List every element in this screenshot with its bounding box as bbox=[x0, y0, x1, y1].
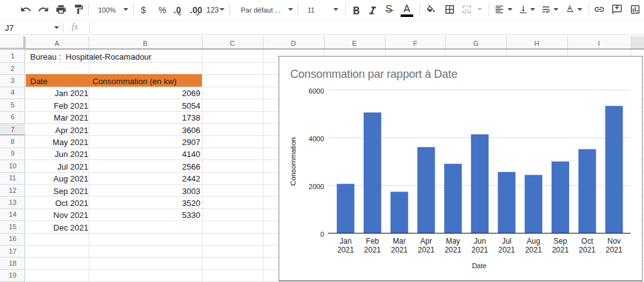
svg-text:2021: 2021 bbox=[445, 246, 462, 255]
svg-text:Oct: Oct bbox=[582, 237, 594, 246]
svg-text:2021: 2021 bbox=[606, 246, 623, 255]
svg-text:Consommation par rapport à Dat: Consommation par rapport à Date bbox=[291, 68, 458, 80]
svg-text:Jul: Jul bbox=[502, 237, 511, 246]
svg-text:Sep: Sep bbox=[554, 237, 568, 246]
svg-text:Date: Date bbox=[472, 262, 487, 269]
svg-text:Jan: Jan bbox=[340, 237, 352, 246]
svg-text:2021: 2021 bbox=[579, 246, 596, 255]
svg-text:6000: 6000 bbox=[309, 87, 324, 95]
svg-text:May: May bbox=[446, 237, 460, 246]
svg-text:Mar: Mar bbox=[393, 237, 406, 246]
svg-text:Aug: Aug bbox=[527, 237, 540, 246]
svg-text:2021: 2021 bbox=[499, 246, 516, 255]
svg-text:2021: 2021 bbox=[472, 246, 489, 255]
svg-text:Jun: Jun bbox=[474, 237, 486, 246]
svg-text:2021: 2021 bbox=[337, 246, 354, 255]
svg-text:2000: 2000 bbox=[309, 183, 324, 190]
svg-text:2021: 2021 bbox=[391, 246, 408, 255]
svg-text:2021: 2021 bbox=[552, 246, 569, 255]
svg-text:4000: 4000 bbox=[309, 135, 324, 143]
svg-text:2021: 2021 bbox=[364, 246, 381, 255]
svg-text:2021: 2021 bbox=[418, 246, 435, 255]
svg-text:Feb: Feb bbox=[366, 237, 379, 246]
svg-text:Nov: Nov bbox=[608, 237, 621, 246]
svg-text:Consommation: Consommation bbox=[289, 138, 297, 186]
svg-text:0: 0 bbox=[320, 230, 324, 238]
svg-text:Apr: Apr bbox=[421, 237, 433, 246]
svg-text:2021: 2021 bbox=[525, 246, 542, 255]
